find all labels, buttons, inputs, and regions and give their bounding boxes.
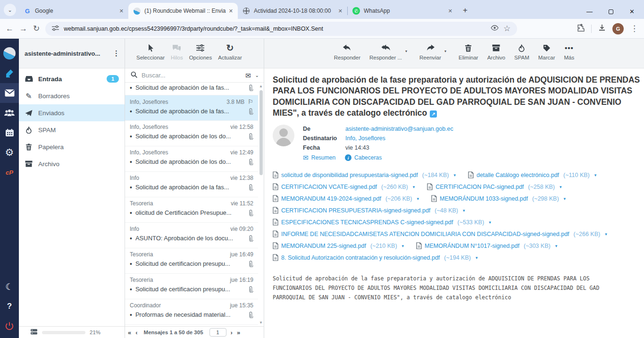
folder-archivo[interactable]: Archivo	[19, 155, 125, 172]
list-item[interactable]: Tesoreriajue 16:49 •Solicitud de certifi…	[125, 248, 258, 274]
address-bar[interactable]: webmail.sanjuan.gob.ec/cpsess5423996997/…	[45, 22, 517, 36]
attachment-menu-caret-icon[interactable]: ▾	[463, 208, 465, 213]
close-tab-icon[interactable]: ✕	[448, 8, 452, 14]
nav-calendar-button[interactable]	[0, 123, 19, 143]
flag-icon[interactable]: ⚐	[248, 98, 253, 105]
list-item[interactable]: Info, Josefloresvie 12:49 •Solicitud de …	[125, 146, 258, 172]
scroll-down-icon[interactable]: ▼	[259, 321, 263, 325]
search-scope-envelope-icon[interactable]: ✉	[245, 72, 251, 79]
select-button[interactable]: Seleccionar	[136, 43, 165, 60]
attachment[interactable]: CERTIFICACION VCATE-signed.pdf(~260 KB)▾	[273, 183, 415, 190]
dark-mode-button[interactable]: ☾	[0, 277, 19, 296]
download-icon[interactable]	[598, 24, 606, 34]
more-button[interactable]: ••• Más	[563, 43, 576, 60]
list-item-selected[interactable]: Info, Joseflores 3.8 MB ⚐ • Solicitud de…	[125, 95, 258, 121]
to-recipients-link[interactable]: Info, Joseflores	[345, 135, 385, 142]
list-item[interactable]: Infovie 09:20 •ASUNTO: Aprobación de los…	[125, 223, 258, 248]
reply-all-caret-icon[interactable]: ▾	[405, 49, 407, 53]
close-tab-icon[interactable]: ✕	[338, 8, 343, 14]
reply-all-button[interactable]: Responder ... ▾	[368, 43, 403, 60]
extensions-icon[interactable]	[577, 24, 585, 34]
list-item[interactable]: Infovie 12:38 •Solicitud de aprobación d…	[125, 172, 258, 197]
mark-button[interactable]: Marcar	[537, 43, 556, 60]
options-button[interactable]: Opciones	[189, 43, 212, 60]
scrollbar-thumb[interactable]	[259, 90, 263, 175]
help-button[interactable]: ?	[0, 296, 19, 316]
folder-enviados[interactable]: Enviados	[19, 104, 125, 121]
tab-google[interactable]: G Google ✕	[19, 3, 128, 19]
search-bar[interactable]: Buscar... ✉ ⌄	[125, 68, 264, 83]
archive-button[interactable]: Archivo	[486, 43, 506, 60]
attachment-menu-caret-icon[interactable]: ▾	[489, 220, 491, 225]
nav-contacts-button[interactable]	[0, 103, 19, 123]
eye-icon[interactable]	[491, 25, 499, 32]
forward-button[interactable]: Reenviar ▾	[418, 43, 442, 60]
new-tab-button[interactable]: +	[459, 4, 471, 17]
close-window-button[interactable]: ✕	[629, 8, 635, 15]
headers-link[interactable]: iCabeceras	[345, 154, 382, 161]
folder-entrada[interactable]: Entrada 1	[19, 70, 125, 87]
list-scrollbar[interactable]: ▲ ▼	[258, 83, 264, 326]
attachment-menu-caret-icon[interactable]: ▾	[413, 185, 415, 189]
logout-button[interactable]	[0, 316, 19, 336]
attachment[interactable]: MEMORANDUM 419-2024-signed.pdf(~206 KB)▾	[273, 195, 419, 202]
attachment-menu-caret-icon[interactable]: ▾	[402, 244, 404, 248]
close-tab-icon[interactable]: ✕	[119, 8, 124, 14]
attachment-menu-caret-icon[interactable]: ▾	[605, 232, 607, 237]
maximize-button[interactable]	[609, 9, 613, 14]
nav-settings-button[interactable]: ⚙	[0, 143, 19, 162]
page-number-input[interactable]: 1	[209, 328, 226, 337]
attachment-menu-caret-icon[interactable]: ▾	[560, 185, 562, 189]
attachment[interactable]: detalle Catálogo electrónico.pdf(~110 KB…	[468, 171, 596, 178]
reload-icon[interactable]: ↻	[33, 24, 40, 34]
tab-search-button[interactable]: ⌄	[4, 4, 16, 16]
attachment[interactable]: CERTIFICACION PAC-signed.pdf(~258 KB)▾	[427, 183, 561, 190]
profile-avatar[interactable]: G	[612, 23, 624, 34]
attachment[interactable]: solicitud de disponibilidad presupuestar…	[273, 171, 456, 178]
forward-icon[interactable]: →	[19, 24, 27, 34]
attachment[interactable]: MEMORÁNDUM 1033-signed.pdf(~298 KB)▾	[431, 195, 566, 202]
attachment-menu-caret-icon[interactable]: ▾	[564, 196, 566, 201]
attachment[interactable]: MEMORÁNDUM N°1017-signed.pdf(~303 KB)▾	[416, 242, 557, 249]
account-header[interactable]: asistente-administrativo... ⋮	[19, 39, 125, 68]
tab-actividad[interactable]: Actividad 2024-10-18 08:00:00 ✕	[238, 3, 347, 19]
close-tab-icon[interactable]: ✕	[229, 8, 233, 14]
forward-caret-icon[interactable]: ▾	[444, 49, 446, 53]
site-settings-icon[interactable]	[52, 25, 59, 33]
reply-button[interactable]: Responder	[333, 43, 361, 60]
list-item[interactable]: Coordinadorjue 15:35 •Proformas de neces…	[125, 299, 258, 325]
attachment[interactable]: MEMORANDUM 225-signed.pdf(~210 KB)▾	[273, 242, 404, 249]
from-address-link[interactable]: asistente-administrativo@sanjuan.gob.ec	[345, 126, 453, 132]
attachment-menu-caret-icon[interactable]: ▾	[476, 255, 478, 260]
folder-options-icon[interactable]: ⋮	[113, 49, 120, 58]
attachment[interactable]: CERTIFICACION PRESUPUESTARIA-signed-sign…	[273, 207, 465, 214]
list-item[interactable]: Tesoreriajue 16:19 •Solicitud de certifi…	[125, 274, 258, 299]
scroll-up-icon[interactable]: ▲	[259, 84, 263, 88]
first-page-icon[interactable]: «	[128, 329, 131, 336]
delete-button[interactable]: Eliminar	[458, 43, 479, 60]
last-page-icon[interactable]: »	[237, 329, 240, 336]
attachment-menu-caret-icon[interactable]: ▾	[555, 244, 558, 248]
minimize-button[interactable]: —	[586, 8, 593, 15]
threads-button[interactable]: Hilos	[171, 43, 183, 60]
prev-page-icon[interactable]: ‹	[135, 329, 137, 336]
back-icon[interactable]: ←	[6, 24, 14, 34]
attachment-menu-caret-icon[interactable]: ▾	[453, 173, 456, 177]
bookmark-star-icon[interactable]: ☆	[503, 24, 510, 34]
next-page-icon[interactable]: ›	[231, 329, 233, 336]
folder-papelera[interactable]: Papelera	[19, 138, 125, 155]
open-in-new-window-icon[interactable]: ↗	[430, 110, 437, 118]
summary-link[interactable]: ✉Resumen	[303, 154, 335, 161]
attachment[interactable]: ESPECIFICACIONES TECNICASPRENDAS C-signe…	[273, 219, 491, 226]
search-options-caret-icon[interactable]: ⌄	[255, 73, 259, 78]
list-item[interactable]: Info, Josefloresvie 12:58 •Solicitud de …	[125, 121, 258, 146]
browser-menu-icon[interactable]: ⋮	[630, 24, 638, 34]
attachment[interactable]: INFORME DE NECESIDADCAMISETAS ATENCION D…	[273, 230, 607, 237]
folder-borradores[interactable]: ✎ Borradores	[19, 87, 125, 104]
nav-mail-button[interactable]	[0, 83, 19, 103]
folder-spam[interactable]: SPAM	[19, 121, 125, 138]
refresh-button[interactable]: ↻ Actualizar	[218, 43, 242, 60]
tab-whatsapp[interactable]: ✆ WhatsApp ✕	[348, 3, 457, 19]
list-item[interactable]: Tesoreriavie 11:52 •olicitud de Certific…	[125, 197, 258, 223]
spam-button[interactable]: SPAM	[513, 43, 530, 60]
